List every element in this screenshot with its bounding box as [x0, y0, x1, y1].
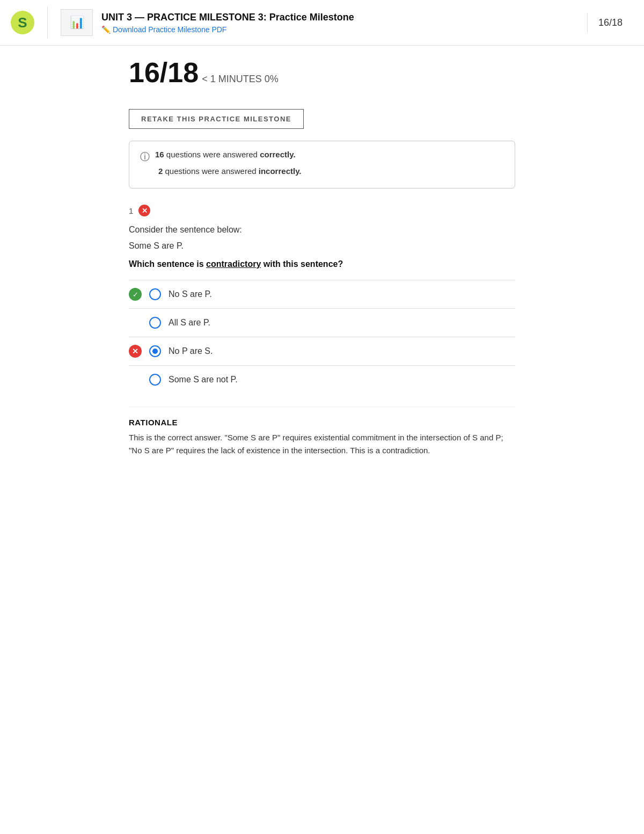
header-info: UNIT 3 — PRACTICE MILESTONE 3: Practice …	[101, 11, 579, 33]
radio-b[interactable]	[149, 317, 161, 329]
score-sub: < 1 MINUTES 0%	[202, 74, 279, 85]
ask-suffix: with this sentence?	[261, 259, 343, 269]
option-d[interactable]: Some S are not P.	[129, 366, 515, 394]
rationale-text: This is the correct answer. "Some S are …	[129, 431, 515, 457]
spacer	[140, 166, 153, 179]
option-a[interactable]: ✓ No S are P.	[129, 280, 515, 308]
incorrect-bold: incorrectly.	[259, 166, 302, 176]
header-divider	[47, 6, 48, 39]
option-c-label: No P are S.	[169, 346, 213, 356]
radio-c[interactable]	[149, 345, 161, 357]
indicator-c: ✕	[129, 345, 142, 358]
logo-letter: S	[18, 14, 27, 31]
ask-prefix: Which sentence is	[129, 259, 206, 269]
question-number: 1	[129, 206, 133, 215]
logo: S	[11, 11, 34, 34]
header-score: 16/18	[587, 13, 633, 33]
summary-box: ⓘ 16 questions were answered correctly. …	[129, 141, 515, 188]
option-a-label: No S are P.	[169, 289, 212, 299]
radio-d[interactable]	[149, 374, 161, 386]
option-c[interactable]: ✕ No P are S.	[129, 337, 515, 365]
x-icon-c: ✕	[129, 345, 142, 358]
question-prompt: Consider the sentence below:	[129, 225, 515, 235]
radio-a[interactable]	[149, 288, 161, 300]
radio-c-inner	[152, 349, 158, 354]
question-header: 1 ✕	[129, 205, 515, 216]
incorrect-text: 2 questions were answered incorrectly.	[158, 166, 302, 176]
option-b-label: All S are P.	[169, 318, 210, 328]
unit-thumbnail: 📊	[61, 9, 93, 36]
download-link[interactable]: ✏️ Download Practice Milestone PDF	[101, 25, 579, 34]
check-icon-a: ✓	[129, 288, 142, 301]
score-line: 16/18 < 1 MINUTES 0%	[129, 56, 515, 89]
option-d-label: Some S are not P.	[169, 375, 238, 385]
correct-row: ⓘ 16 questions were answered correctly.	[140, 150, 504, 163]
question-sentence: Some S are P.	[129, 241, 515, 251]
unit-title: UNIT 3 — PRACTICE MILESTONE 3: Practice …	[101, 11, 579, 24]
rationale-title: RATIONALE	[129, 418, 515, 427]
info-icon: ⓘ	[140, 150, 150, 163]
retake-button[interactable]: RETAKE THIS PRACTICE MILESTONE	[129, 109, 304, 129]
incorrect-row: 2 questions were answered incorrectly.	[140, 166, 504, 179]
main-content: 16/18 < 1 MINUTES 0% RETAKE THIS PRACTIC…	[118, 46, 526, 495]
download-icon: ✏️	[101, 25, 111, 34]
ask-underline: contradictory	[206, 259, 261, 269]
correct-text: 16 questions were answered correctly.	[155, 150, 296, 159]
score-area: 16/18 < 1 MINUTES 0%	[129, 56, 515, 89]
correct-bold: correctly.	[260, 150, 295, 159]
indicator-b	[129, 316, 142, 329]
correct-count: 16	[155, 150, 164, 159]
score-big: 16/18	[129, 56, 199, 89]
download-label[interactable]: Download Practice Milestone PDF	[113, 25, 226, 34]
answer-options: ✓ No S are P. All S are P.	[129, 280, 515, 394]
page-header: S 📊 UNIT 3 — PRACTICE MILESTONE 3: Pract…	[0, 0, 644, 46]
question-block: 1 ✕ Consider the sentence below: Some S …	[129, 205, 515, 457]
question-ask: Which sentence is contradictory with thi…	[129, 259, 515, 269]
indicator-a: ✓	[129, 288, 142, 301]
indicator-d	[129, 373, 142, 386]
question-wrong-badge: ✕	[138, 205, 150, 216]
unit-icon: 📊	[70, 16, 84, 30]
option-b[interactable]: All S are P.	[129, 309, 515, 337]
rationale-block: RATIONALE This is the correct answer. "S…	[129, 407, 515, 457]
